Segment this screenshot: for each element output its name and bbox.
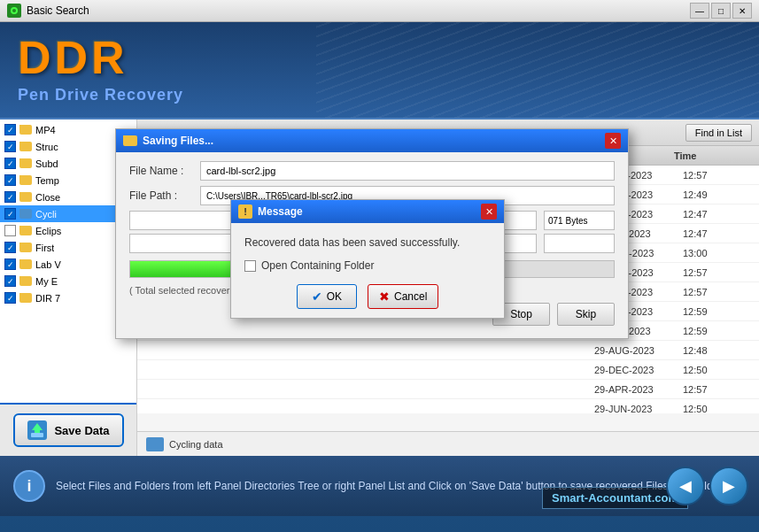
app-icon (7, 4, 21, 18)
cancel-label: Cancel (394, 290, 427, 303)
window-controls: — □ ✕ (690, 3, 752, 19)
title-bar: Basic Search — □ ✕ (0, 0, 759, 22)
dialog-title-icon (123, 135, 137, 146)
app-body: DDR Pen Drive Recovery MP4 Struc (0, 22, 759, 532)
message-dialog: ! Message ✕ Recovered data has been save… (230, 199, 505, 319)
close-button[interactable]: ✕ (732, 3, 752, 19)
open-folder-label: Open Containing Folder (261, 259, 374, 272)
message-text: Recovered data has been saved successful… (244, 236, 491, 249)
dialog-overlay: Saving Files... ✕ File Name : card-lbl-s… (0, 22, 759, 532)
svg-point-2 (12, 9, 16, 12)
filepath-label: File Path : (129, 189, 200, 202)
file-size: 071 Bytes (544, 211, 615, 230)
title-bar-left: Basic Search (7, 4, 89, 18)
open-folder-row[interactable]: Open Containing Folder (244, 259, 491, 272)
filename-value: card-lbl-scr2.jpg (200, 161, 615, 181)
saving-dialog-close[interactable]: ✕ (605, 133, 621, 149)
message-dialog-close[interactable]: ✕ (481, 204, 497, 220)
svg-text:!: ! (244, 206, 247, 217)
maximize-button[interactable]: □ (711, 3, 731, 19)
message-icon: ! (238, 204, 252, 219)
saving-dialog-title: Saving Files... (143, 135, 213, 147)
open-folder-checkbox[interactable] (244, 260, 256, 272)
message-title: Message (258, 205, 303, 218)
saving-dialog-title-bar: Saving Files... ✕ (116, 129, 628, 152)
ok-button[interactable]: ✔ OK (297, 284, 357, 309)
ok-label: OK (327, 290, 342, 303)
cancel-button[interactable]: ✖ Cancel (368, 284, 438, 309)
skip-button[interactable]: Skip (557, 303, 615, 326)
cancel-x-icon: ✖ (379, 289, 390, 304)
filename-label: File Name : (129, 165, 200, 177)
window-title: Basic Search (27, 4, 89, 17)
filename-field: File Name : card-lbl-scr2.jpg (129, 161, 615, 181)
minimize-button[interactable]: — (690, 3, 709, 19)
message-buttons: ✔ OK ✖ Cancel (244, 284, 491, 309)
ok-checkmark-icon: ✔ (312, 289, 322, 304)
message-body: Recovered data has been saved successful… (231, 223, 504, 318)
message-title-bar: ! Message ✕ (231, 200, 504, 223)
